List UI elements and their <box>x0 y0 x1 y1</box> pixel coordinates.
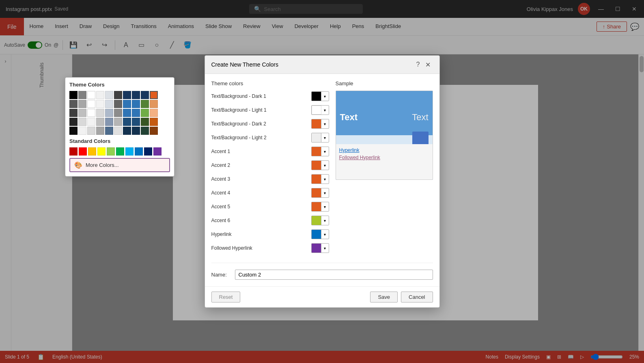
theme-color-cell[interactable] <box>69 91 78 99</box>
dialog-help-icon[interactable]: ? <box>416 61 420 68</box>
followed-hyperlink-picker[interactable]: ▾ <box>311 243 329 253</box>
theme-color-cell[interactable] <box>96 91 104 99</box>
theme-color-cell[interactable] <box>105 118 113 126</box>
light1-dropdown-arrow[interactable]: ▾ <box>321 106 329 115</box>
theme-color-cell[interactable] <box>132 109 140 117</box>
theme-color-cell[interactable] <box>114 127 122 135</box>
standard-color-cell[interactable] <box>88 147 96 156</box>
theme-color-cell[interactable] <box>96 100 104 108</box>
accent6-picker[interactable]: ▾ <box>311 216 329 225</box>
theme-color-cell[interactable] <box>141 109 149 117</box>
theme-color-cell[interactable] <box>105 127 113 135</box>
name-input[interactable] <box>235 270 433 280</box>
dialog-columns: Theme colors Text/Background - Dark 1 ▾ … <box>211 80 433 256</box>
light2-picker[interactable]: ▾ <box>311 133 329 143</box>
color-row-accent3: Accent 3 ▾ <box>211 173 329 185</box>
theme-color-cell[interactable] <box>123 100 131 108</box>
followed-hyperlink-dropdown-arrow[interactable]: ▾ <box>321 244 329 253</box>
standard-color-cell[interactable] <box>144 147 152 156</box>
theme-color-cell[interactable] <box>69 127 78 135</box>
theme-color-cell[interactable] <box>114 109 122 117</box>
standard-color-cell[interactable] <box>125 147 134 156</box>
theme-color-cell[interactable] <box>87 100 95 108</box>
reset-button[interactable]: Reset <box>211 292 241 302</box>
theme-color-cell[interactable] <box>78 91 86 99</box>
theme-color-cell[interactable] <box>69 118 78 126</box>
standard-color-cell[interactable] <box>79 147 87 156</box>
sample-column: Sample Text Text Hyperlink Followed Hype… <box>336 80 433 256</box>
cancel-button[interactable]: Cancel <box>401 292 433 302</box>
light1-picker[interactable]: ▾ <box>311 105 329 115</box>
theme-color-cell[interactable] <box>105 91 113 99</box>
theme-color-cell[interactable] <box>141 100 149 108</box>
theme-color-cell[interactable] <box>141 127 149 135</box>
dark2-dropdown-arrow[interactable]: ▾ <box>321 119 329 128</box>
theme-color-cell[interactable] <box>114 118 122 126</box>
theme-color-cell[interactable] <box>96 118 104 126</box>
accent4-picker[interactable]: ▾ <box>311 188 329 198</box>
dark1-dropdown-arrow[interactable]: ▾ <box>321 92 329 101</box>
accent5-dropdown-arrow[interactable]: ▾ <box>321 202 329 211</box>
dark2-label: Text/Background - Dark 2 <box>211 121 311 127</box>
accent1-dropdown-arrow[interactable]: ▾ <box>321 147 329 156</box>
more-colors-button[interactable]: 🎨 More Colors... <box>69 158 170 172</box>
theme-color-cell[interactable] <box>132 91 140 99</box>
accent3-picker[interactable]: ▾ <box>311 174 329 184</box>
dark2-picker[interactable]: ▾ <box>311 119 329 129</box>
accent2-dropdown-arrow[interactable]: ▾ <box>321 161 329 170</box>
theme-color-cell[interactable] <box>123 127 131 135</box>
theme-color-cell[interactable] <box>105 100 113 108</box>
theme-color-cell[interactable] <box>114 100 122 108</box>
theme-color-cell[interactable] <box>96 109 104 117</box>
standard-color-cell[interactable] <box>153 147 162 156</box>
dark1-picker[interactable]: ▾ <box>311 91 329 101</box>
theme-color-cell[interactable] <box>69 100 78 108</box>
theme-color-cell[interactable] <box>123 109 131 117</box>
light2-dropdown-arrow[interactable]: ▾ <box>321 133 329 142</box>
theme-color-cell[interactable] <box>123 118 131 126</box>
standard-color-cell[interactable] <box>116 147 124 156</box>
hyperlink-picker[interactable]: ▾ <box>311 229 329 239</box>
theme-color-cell[interactable] <box>150 127 158 135</box>
theme-color-cell[interactable] <box>78 109 86 117</box>
accent1-label: Accent 1 <box>211 149 311 154</box>
save-button[interactable]: Save <box>370 292 398 302</box>
accent5-picker[interactable]: ▾ <box>311 202 329 212</box>
standard-color-cell[interactable] <box>135 147 143 156</box>
theme-color-cell[interactable] <box>105 109 113 117</box>
theme-color-cell[interactable] <box>132 100 140 108</box>
hyperlink-dropdown-arrow[interactable]: ▾ <box>321 230 329 239</box>
theme-color-cell[interactable] <box>141 118 149 126</box>
theme-color-cell[interactable] <box>96 127 104 135</box>
theme-color-cell[interactable] <box>150 100 158 108</box>
theme-color-cell[interactable] <box>87 118 95 126</box>
accent4-dropdown-arrow[interactable]: ▾ <box>321 188 329 197</box>
theme-color-cell[interactable] <box>150 109 158 117</box>
theme-color-cell[interactable] <box>78 100 86 108</box>
theme-color-cell[interactable] <box>78 127 86 135</box>
theme-color-cell[interactable] <box>78 118 86 126</box>
standard-color-cell[interactable] <box>69 147 78 156</box>
theme-color-cell[interactable] <box>87 127 95 135</box>
accent6-dropdown-arrow[interactable]: ▾ <box>321 216 329 225</box>
accent1-picker[interactable]: ▾ <box>311 147 329 156</box>
accent3-label: Accent 3 <box>211 176 311 182</box>
standard-color-cell[interactable] <box>107 147 115 156</box>
standard-color-cell[interactable] <box>97 147 106 156</box>
theme-color-cell[interactable] <box>87 109 95 117</box>
accent2-picker[interactable]: ▾ <box>311 160 329 170</box>
hyperlink-swatch <box>312 230 321 239</box>
color-row-dark1: Text/Background - Dark 1 ▾ <box>211 91 329 102</box>
theme-color-cell[interactable] <box>150 91 158 99</box>
accent3-dropdown-arrow[interactable]: ▾ <box>321 175 329 184</box>
theme-color-cell[interactable] <box>132 118 140 126</box>
theme-color-cell[interactable] <box>150 118 158 126</box>
theme-color-cell[interactable] <box>69 109 78 117</box>
theme-color-cell[interactable] <box>123 91 131 99</box>
dialog-close-button[interactable]: ✕ <box>423 60 433 69</box>
theme-color-cell[interactable] <box>87 91 95 99</box>
theme-color-cell[interactable] <box>132 127 140 135</box>
theme-color-cell[interactable] <box>141 91 149 99</box>
theme-color-cell[interactable] <box>114 91 122 99</box>
color-row-accent5: Accent 5 ▾ <box>211 201 329 212</box>
